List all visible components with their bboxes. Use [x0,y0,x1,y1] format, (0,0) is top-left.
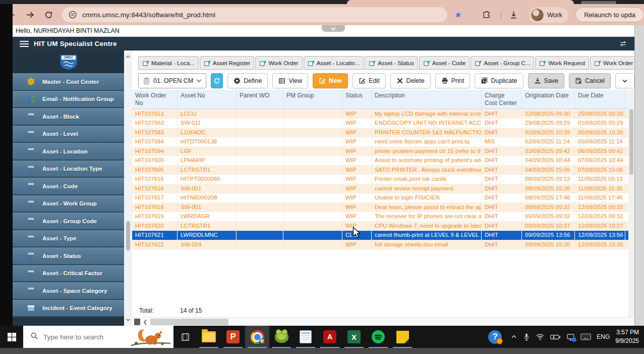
bookmark-star-icon[interactable]: ★ [454,10,462,20]
extensions-icon[interactable] [479,7,494,22]
save-button[interactable]: Save [528,73,565,88]
scroll-up-icon[interactable] [125,54,131,60]
tab-asset-locatio-3[interactable]: Asset - Locatio... [304,56,364,70]
sidebar-item-asset-space-category[interactable]: Asset - Space Category [13,282,124,300]
table-row[interactable]: HIT107615HITPT0000080WIPPrinter rosak,pr… [132,175,634,184]
table-row[interactable]: HIT107616SW-001WIPcannot review receipt … [132,184,634,193]
table-row[interactable]: HIT107583L10FADCWIPPRINTER COUNTER 1&2 M… [132,128,634,137]
tab-work-order-8[interactable]: Work Order [590,56,634,70]
tab-asset-group-c-6[interactable]: Asset - Group C... [471,56,534,70]
more-actions-button[interactable] [615,73,634,88]
sidebar-item-asset-work-group[interactable]: Asset - Work Group [13,195,124,213]
forward-icon[interactable] [23,7,37,22]
table-row[interactable]: HIT107619LWRDAGRWIPThe receiver for IP p… [132,212,634,222]
help-icon[interactable]: ? [488,330,502,344]
table-row[interactable]: HIT107563SW-011WIPENDOSCOPY UNIT NO INTE… [132,119,634,128]
sidebar-item-asset-code[interactable]: Asset - Code [13,178,124,195]
table-vertical-scrollbar[interactable] [628,90,634,317]
scroll-left-icon[interactable]: ❮ [142,319,148,325]
search-input[interactable] [42,333,118,341]
cancel-button[interactable]: Cancel [569,73,611,88]
tab-asset-register-1[interactable]: Asset Register [200,56,255,70]
sidebar-item-asset-type[interactable]: Asset - Type [13,230,124,248]
site-settings-icon[interactable] [68,10,77,19]
taskbar-app-chrome[interactable] [245,326,269,348]
table-row[interactable]: HIT107584HITDT000138WIPneed solve fisici… [132,137,634,147]
table-row[interactable]: HIT107620LCTRSTR1WIPCPU Windows 7, need … [132,221,634,231]
taskbar-search[interactable] [23,326,173,348]
sidebar-item-email-notification-group[interactable]: Email - Notification Group [13,91,124,109]
start-button[interactable] [0,326,23,348]
taskbar-app-file-explorer[interactable] [197,326,221,348]
language-indicator[interactable]: ENG [597,333,610,340]
taskbar-app-excel[interactable]: X [342,326,366,348]
table-row[interactable]: HIT107622SW-024WIPfull storage sheets ds… [132,240,634,249]
table-row[interactable]: HIT107600LPHARIPWIPAssist to automate pr… [132,156,634,166]
filter-select[interactable]: 01. OPEN CM [138,73,206,88]
scroll-down-icon[interactable] [125,317,131,323]
new-button[interactable]: New [313,73,348,88]
browser-active-tab[interactable] [347,0,574,4]
column-header-status[interactable]: Status [342,90,372,109]
tab-asset-code-5[interactable]: Asset - Code [419,56,470,70]
pc-sync-icon[interactable] [566,333,575,341]
table-row[interactable]: HIT107621LWRDDLMNCCLOcannot thumb-print … [132,231,634,240]
taskbar-app-sticky-notes[interactable] [390,326,415,348]
duplicate-button[interactable]: Duplicate [475,73,523,88]
window-right-edge[interactable] [634,25,644,326]
define-button[interactable]: Define [227,73,268,88]
column-header-charge-cost-center[interactable]: Charge Cost Center [482,90,522,109]
sidebar-item-asset-critical-factor[interactable]: Asset - Critical Factor [13,265,124,283]
task-view-icon[interactable] [173,326,197,348]
wifi-icon[interactable] [536,333,545,341]
tray-chevron-up-icon[interactable] [510,333,517,340]
taskbar-app-acrobat[interactable]: A [318,326,342,348]
sync-icon[interactable] [619,39,627,50]
print-button[interactable]: Print [435,73,471,88]
taskbar-app-notepad[interactable] [294,326,318,348]
browser-profile-chip[interactable]: Work [529,7,568,23]
taskbar-app-toad[interactable] [269,326,294,348]
taskbar-app-powerpoint[interactable]: P [221,326,245,348]
tab-work-order-2[interactable]: Work Order [255,56,302,70]
refresh-button[interactable] [211,73,223,88]
sidebar-item-master-cost-center[interactable]: Master - Cost Center [13,73,124,91]
view-button[interactable]: View [272,73,308,88]
table-row[interactable]: HIT107605LCTRSTR1WIPSATO PRINTER . Alway… [132,165,634,175]
delete-button[interactable]: Delete [390,73,431,88]
tab-asset-status-4[interactable]: Asset - Status [365,56,418,70]
content-vertical-scrollbar-left[interactable] [124,50,132,326]
address-bar[interactable]: cmms.umsc.my:8443/software/hit_prod.html [62,7,447,22]
column-header-origination-date[interactable]: Origination Date [522,90,575,109]
column-header-asset-no[interactable]: Asset No [178,90,237,109]
sidebar-item-asset-group-code[interactable]: Asset - Group Code [13,213,124,230]
taskbar-app-spotify[interactable] [366,326,390,348]
table-row[interactable]: HIT107513LCCUWIPMy laptop LCD damage wit… [132,109,634,119]
sidebar-item-incident-event-category[interactable]: Incident - Event Category [13,300,124,318]
sidebar-item-asset-level[interactable]: Asset - Level [13,126,124,143]
edit-button[interactable]: Edit [353,73,386,88]
table-row[interactable]: HIT107618SW-001WIPDear team, please assi… [132,203,634,212]
sidebar-item-asset-block[interactable]: Asset - Block [13,108,124,126]
microphone-icon[interactable] [523,333,530,341]
scrollbar-thumb[interactable] [126,221,130,250]
sidebar-item-asset-status[interactable]: Asset - Status [13,247,124,265]
relaunch-button[interactable]: Relaunch to upda [575,7,644,22]
reload-icon[interactable] [41,7,56,22]
clock[interactable]: 3:57 PM 9/9/2025 [615,328,639,346]
tab-work-request-7[interactable]: Work Request [535,56,589,70]
column-header-due-date[interactable]: Due Date [575,90,625,109]
sidebar-item-asset-location[interactable]: Asset - Location [13,143,124,161]
sidebar-item-asset-location-type[interactable]: Asset - Location Type [13,161,124,178]
touch-keyboard-icon[interactable] [580,333,591,340]
table-row[interactable]: HIT107594LGFWIPprinter problem payment c… [132,146,634,156]
menu-icon[interactable] [20,41,29,47]
tab-material-loca-0[interactable]: Material - Loca... [138,56,199,70]
downloads-icon[interactable] [506,7,521,22]
column-header-pm-group[interactable]: PM Group [283,90,342,109]
battery-icon[interactable] [550,334,561,340]
column-header-work-order-no[interactable]: Work Order No [132,90,178,109]
table-row[interactable]: HIT107617HITNB000208WIPUnable to login F… [132,193,634,203]
column-header-parent-wo[interactable]: Parent WO [237,90,283,109]
column-header-description[interactable]: Description [372,90,482,109]
